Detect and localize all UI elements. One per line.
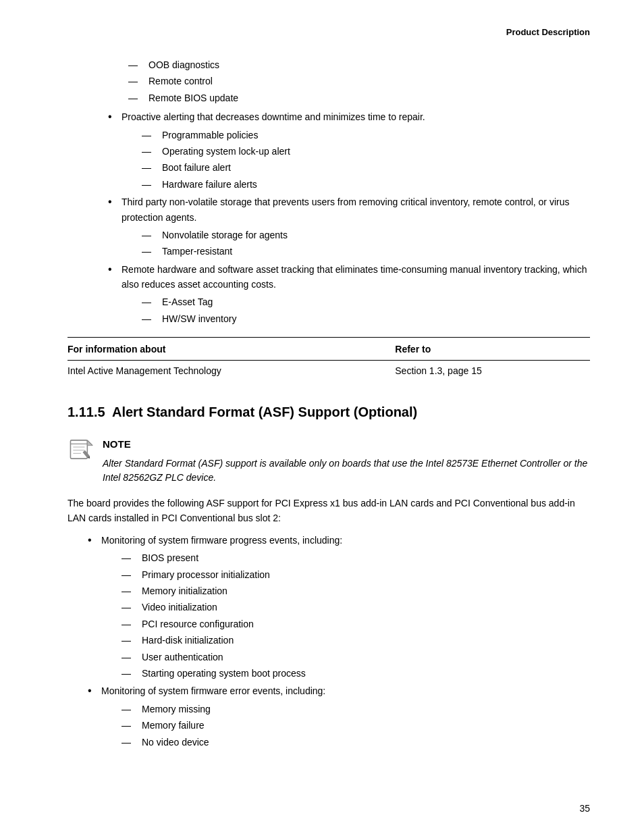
- list-item: Nonvolatile storage for agents: [142, 228, 590, 242]
- svg-rect-0: [70, 440, 87, 459]
- list-item: E-Asset Tag: [142, 294, 590, 309]
- list-item: Proactive alerting that decreases downti…: [108, 109, 590, 192]
- list-item: PCI resource configuration: [122, 617, 590, 631]
- list-item: Primary processor initialization: [122, 567, 590, 582]
- list-item: Memory failure: [122, 718, 590, 733]
- sub-dash-list: BIOS present Primary processor initializ…: [122, 550, 590, 681]
- page-container: Product Description OOB diagnostics Remo…: [0, 0, 644, 796]
- main-bullet-list: Monitoring of system firmware progress e…: [88, 533, 590, 750]
- list-item: Memory missing: [122, 702, 590, 716]
- page-header: Product Description: [68, 27, 590, 37]
- table-cell-col1: Intel Active Management Technology: [68, 360, 381, 381]
- list-item: Operating system lock-up alert: [142, 144, 590, 159]
- list-item: User authentication: [122, 650, 590, 664]
- svg-rect-7: [82, 450, 90, 458]
- list-item: HW/SW inventory: [142, 311, 590, 326]
- list-item: Memory initialization: [122, 583, 590, 598]
- section-title: 1.11.5 Alert Standard Format (ASF) Suppo…: [68, 401, 590, 423]
- table-col1-header: For information about: [68, 338, 381, 360]
- note-icon: [68, 438, 95, 461]
- note-header: NOTE: [103, 436, 590, 452]
- list-item: Remote BIOS update: [128, 90, 590, 105]
- info-table: For information about Refer to Intel Act…: [68, 337, 590, 381]
- list-item: BIOS present: [122, 550, 590, 565]
- sub-dash-list: Nonvolatile storage for agents Tamper-re…: [142, 228, 590, 259]
- table-row: Intel Active Management Technology Secti…: [68, 360, 590, 381]
- header-text: Product Description: [506, 27, 590, 37]
- list-item: No video device: [122, 735, 590, 750]
- list-item: Monitoring of system firmware progress e…: [88, 533, 590, 681]
- table-cell-col2: Section 1.3, page 15: [381, 360, 590, 381]
- note-text: Alter Standard Format (ASF) support is a…: [103, 457, 590, 485]
- list-item: Tamper-resistant: [142, 244, 590, 259]
- list-item: Hard-disk initialization: [122, 633, 590, 648]
- list-item: Boot failure alert: [142, 160, 590, 175]
- note-content: NOTE Alter Standard Format (ASF) support…: [103, 436, 590, 485]
- note-box: NOTE Alter Standard Format (ASF) support…: [68, 436, 590, 485]
- list-item: Starting operating system boot process: [122, 666, 590, 681]
- sub-dash-list: E-Asset Tag HW/SW inventory: [142, 294, 590, 326]
- list-item: Third party non-volatile storage that pr…: [108, 194, 590, 259]
- table-col2-header: Refer to: [381, 338, 590, 360]
- sub-dash-list: Memory missing Memory failure No video d…: [122, 702, 590, 750]
- page-number: 35: [579, 803, 590, 814]
- list-item: Programmable policies: [142, 128, 590, 142]
- body-paragraph: The board provides the following ASF sup…: [68, 496, 590, 526]
- list-item: Remote hardware and software asset track…: [108, 262, 590, 327]
- list-item: OOB diagnostics: [128, 57, 590, 72]
- main-content: OOB diagnostics Remote control Remote BI…: [68, 57, 590, 750]
- list-item: Monitoring of system firmware error even…: [88, 683, 590, 750]
- top-bullet-list: Proactive alerting that decreases downti…: [108, 109, 590, 326]
- sub-dash-list: Programmable policies Operating system l…: [142, 128, 590, 192]
- top-dash-list: OOB diagnostics Remote control Remote BI…: [128, 57, 590, 105]
- list-item: Remote control: [128, 74, 590, 88]
- list-item: Video initialization: [122, 600, 590, 615]
- list-item: Hardware failure alerts: [142, 177, 590, 192]
